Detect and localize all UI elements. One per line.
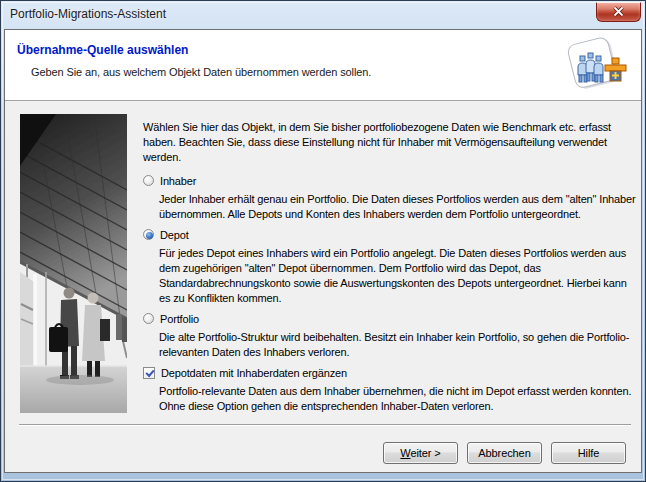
titlebar[interactable]: Portfolio-Migrations-Assistent (1, 1, 645, 29)
checkbox-description: Portfolio-relevante Daten aus dem Inhabe… (159, 384, 639, 414)
wizard-content: Wählen Sie hier das Objekt, in dem Sie b… (141, 120, 639, 420)
window-title: Portfolio-Migrations-Assistent (10, 7, 166, 21)
option-description: Jeder Inhaber erhält genau ein Portfolio… (159, 192, 639, 222)
page-subtitle: Geben Sie an, aus welchem Objekt Daten ü… (31, 66, 371, 78)
button-separator (19, 424, 631, 426)
people-migration-icon (565, 35, 629, 95)
page-title: Übernahme-Quelle auswählen (17, 43, 188, 57)
station-photo-image (20, 114, 127, 413)
wizard-window: Portfolio-Migrations-Assistent Übernahme… (0, 0, 646, 482)
cancel-button[interactable]: Abbrechen (467, 442, 542, 464)
wizard-header: Übernahme-Quelle auswählen Geben Sie an,… (5, 30, 641, 101)
radio-option-portfolio[interactable]: Portfolio (143, 312, 639, 327)
option-description: Die alte Portfolio-Struktur wird beibeha… (159, 330, 639, 360)
next-button[interactable]: Weiter > (383, 442, 458, 464)
radio-label[interactable]: Inhaber (160, 174, 196, 189)
radio-icon[interactable] (143, 313, 154, 324)
station-photo (20, 114, 127, 413)
intro-text: Wählen Sie hier das Objekt, in dem Sie b… (143, 120, 639, 165)
checkbox-icon[interactable] (143, 367, 155, 379)
wizard-dialog: Übernahme-Quelle auswählen Geben Sie an,… (4, 29, 642, 473)
close-button[interactable] (596, 2, 641, 22)
checkbox-depotdaten[interactable]: Depotdaten mit Inhaberdaten ergänzen (143, 366, 639, 381)
close-icon (612, 6, 625, 17)
radio-option-depot[interactable]: Depot (143, 228, 639, 243)
radio-icon[interactable] (143, 229, 154, 240)
button-row: Weiter > Abbrechen Hilfe (383, 442, 626, 464)
next-button-label: eiter > (410, 447, 440, 459)
help-button[interactable]: Hilfe (551, 442, 626, 464)
radio-label[interactable]: Depot (160, 228, 189, 243)
radio-icon[interactable] (143, 175, 154, 186)
option-description: Für jedes Depot eines Inhabers wird ein … (159, 246, 639, 306)
radio-label[interactable]: Portfolio (160, 312, 199, 327)
next-button-accel: W (400, 447, 410, 459)
checkbox-label[interactable]: Depotdaten mit Inhaberdaten ergänzen (161, 366, 347, 381)
radio-option-inhaber[interactable]: Inhaber (143, 174, 639, 189)
